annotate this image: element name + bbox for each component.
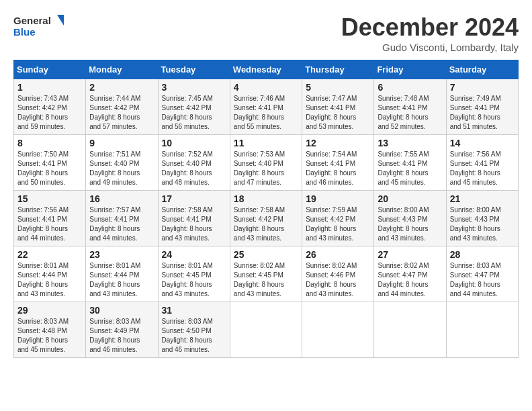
- day-info: Sunrise: 8:01 AM Sunset: 4:44 PM Dayligh…: [17, 261, 82, 299]
- day-number: 25: [234, 249, 298, 260]
- calendar-cell: 15 Sunrise: 7:56 AM Sunset: 4:41 PM Dayl…: [14, 191, 86, 246]
- calendar-cell: 31 Sunrise: 8:03 AM Sunset: 4:50 PM Dayl…: [158, 302, 230, 358]
- calendar-cell: 4 Sunrise: 7:46 AM Sunset: 4:41 PM Dayli…: [230, 79, 302, 135]
- logo-svg: GeneralBlue: [13, 13, 67, 39]
- calendar-cell: 22 Sunrise: 8:01 AM Sunset: 4:44 PM Dayl…: [14, 246, 86, 302]
- day-info: Sunrise: 7:58 AM Sunset: 4:41 PM Dayligh…: [162, 205, 226, 243]
- day-info: Sunrise: 7:53 AM Sunset: 4:40 PM Dayligh…: [234, 150, 298, 187]
- svg-text:Blue: Blue: [13, 26, 36, 38]
- day-info: Sunrise: 8:00 AM Sunset: 4:43 PM Dayligh…: [378, 205, 442, 243]
- weekday-header-sunday: Sunday: [14, 60, 86, 79]
- day-number: 8: [17, 138, 82, 148]
- day-number: 21: [450, 193, 515, 204]
- day-number: 10: [162, 138, 226, 148]
- day-number: 6: [378, 82, 442, 93]
- week-row-3: 15 Sunrise: 7:56 AM Sunset: 4:41 PM Dayl…: [14, 191, 519, 246]
- weekday-header-saturday: Saturday: [446, 60, 518, 79]
- day-number: 29: [17, 305, 82, 316]
- day-info: Sunrise: 8:03 AM Sunset: 4:47 PM Dayligh…: [450, 261, 515, 299]
- calendar-cell: 29 Sunrise: 8:03 AM Sunset: 4:48 PM Dayl…: [14, 302, 86, 358]
- day-number: 31: [162, 305, 226, 316]
- weekday-header-monday: Monday: [86, 60, 158, 79]
- week-row-2: 8 Sunrise: 7:50 AM Sunset: 4:41 PM Dayli…: [14, 135, 519, 191]
- day-number: 19: [306, 193, 370, 204]
- day-info: Sunrise: 7:57 AM Sunset: 4:41 PM Dayligh…: [89, 205, 154, 243]
- calendar-table: SundayMondayTuesdayWednesdayThursdayFrid…: [13, 60, 519, 358]
- calendar-cell: 26 Sunrise: 8:02 AM Sunset: 4:46 PM Dayl…: [302, 246, 374, 302]
- calendar-cell: 3 Sunrise: 7:45 AM Sunset: 4:42 PM Dayli…: [158, 79, 230, 135]
- day-number: 17: [162, 193, 226, 204]
- day-info: Sunrise: 7:48 AM Sunset: 4:41 PM Dayligh…: [378, 94, 442, 132]
- calendar-cell: 12 Sunrise: 7:54 AM Sunset: 4:41 PM Dayl…: [302, 135, 374, 191]
- calendar-cell: 8 Sunrise: 7:50 AM Sunset: 4:41 PM Dayli…: [14, 135, 86, 191]
- day-number: 16: [89, 193, 154, 204]
- day-number: 5: [306, 82, 370, 93]
- day-info: Sunrise: 7:51 AM Sunset: 4:40 PM Dayligh…: [89, 150, 154, 187]
- logo: GeneralBlue: [13, 13, 67, 39]
- day-number: 4: [234, 82, 298, 93]
- day-info: Sunrise: 8:02 AM Sunset: 4:46 PM Dayligh…: [306, 261, 370, 299]
- page-header: GeneralBlue December 2024 Gudo Visconti,…: [13, 13, 519, 53]
- day-number: 20: [378, 193, 442, 204]
- day-number: 1: [17, 82, 82, 93]
- day-info: Sunrise: 7:46 AM Sunset: 4:41 PM Dayligh…: [234, 94, 298, 132]
- weekday-header-wednesday: Wednesday: [230, 60, 302, 79]
- weekday-header-friday: Friday: [374, 60, 446, 79]
- day-number: 18: [234, 193, 298, 204]
- calendar-cell: 9 Sunrise: 7:51 AM Sunset: 4:40 PM Dayli…: [86, 135, 158, 191]
- calendar-cell: 10 Sunrise: 7:52 AM Sunset: 4:40 PM Dayl…: [158, 135, 230, 191]
- month-title: December 2024: [341, 13, 519, 42]
- day-info: Sunrise: 8:03 AM Sunset: 4:48 PM Dayligh…: [17, 317, 82, 355]
- calendar-cell: [374, 302, 446, 358]
- calendar-cell: [446, 302, 518, 358]
- day-info: Sunrise: 7:58 AM Sunset: 4:42 PM Dayligh…: [234, 205, 298, 243]
- calendar-cell: 16 Sunrise: 7:57 AM Sunset: 4:41 PM Dayl…: [86, 191, 158, 246]
- day-info: Sunrise: 7:50 AM Sunset: 4:41 PM Dayligh…: [17, 150, 82, 187]
- day-info: Sunrise: 7:54 AM Sunset: 4:41 PM Dayligh…: [306, 150, 370, 187]
- day-number: 12: [306, 138, 370, 148]
- day-info: Sunrise: 8:02 AM Sunset: 4:47 PM Dayligh…: [378, 261, 442, 299]
- calendar-cell: 6 Sunrise: 7:48 AM Sunset: 4:41 PM Dayli…: [374, 79, 446, 135]
- day-number: 26: [306, 249, 370, 260]
- day-info: Sunrise: 8:01 AM Sunset: 4:44 PM Dayligh…: [89, 261, 154, 299]
- calendar-cell: 21 Sunrise: 8:00 AM Sunset: 4:43 PM Dayl…: [446, 191, 518, 246]
- calendar-cell: 14 Sunrise: 7:56 AM Sunset: 4:41 PM Dayl…: [446, 135, 518, 191]
- day-info: Sunrise: 7:44 AM Sunset: 4:42 PM Dayligh…: [89, 94, 154, 132]
- day-number: 11: [234, 138, 298, 148]
- calendar-cell: 11 Sunrise: 7:53 AM Sunset: 4:40 PM Dayl…: [230, 135, 302, 191]
- day-number: 2: [89, 82, 154, 93]
- day-number: 14: [450, 138, 515, 148]
- weekday-header-tuesday: Tuesday: [158, 60, 230, 79]
- day-info: Sunrise: 7:55 AM Sunset: 4:41 PM Dayligh…: [378, 150, 442, 187]
- calendar-cell: 19 Sunrise: 7:59 AM Sunset: 4:42 PM Dayl…: [302, 191, 374, 246]
- calendar-cell: 30 Sunrise: 8:03 AM Sunset: 4:49 PM Dayl…: [86, 302, 158, 358]
- day-number: 23: [89, 249, 154, 260]
- day-info: Sunrise: 7:59 AM Sunset: 4:42 PM Dayligh…: [306, 205, 370, 243]
- location-subtitle: Gudo Visconti, Lombardy, Italy: [341, 42, 519, 53]
- day-info: Sunrise: 7:45 AM Sunset: 4:42 PM Dayligh…: [162, 94, 226, 132]
- calendar-cell: 5 Sunrise: 7:47 AM Sunset: 4:41 PM Dayli…: [302, 79, 374, 135]
- calendar-cell: [302, 302, 374, 358]
- day-number: 13: [378, 138, 442, 148]
- week-row-1: 1 Sunrise: 7:43 AM Sunset: 4:42 PM Dayli…: [14, 79, 519, 135]
- day-number: 22: [17, 249, 82, 260]
- day-info: Sunrise: 7:49 AM Sunset: 4:41 PM Dayligh…: [450, 94, 515, 132]
- day-info: Sunrise: 8:02 AM Sunset: 4:45 PM Dayligh…: [234, 261, 298, 299]
- week-row-5: 29 Sunrise: 8:03 AM Sunset: 4:48 PM Dayl…: [14, 302, 519, 358]
- calendar-cell: 20 Sunrise: 8:00 AM Sunset: 4:43 PM Dayl…: [374, 191, 446, 246]
- calendar-cell: 1 Sunrise: 7:43 AM Sunset: 4:42 PM Dayli…: [14, 79, 86, 135]
- week-row-4: 22 Sunrise: 8:01 AM Sunset: 4:44 PM Dayl…: [14, 246, 519, 302]
- day-info: Sunrise: 8:03 AM Sunset: 4:49 PM Dayligh…: [89, 317, 154, 355]
- calendar-cell: 18 Sunrise: 7:58 AM Sunset: 4:42 PM Dayl…: [230, 191, 302, 246]
- day-number: 24: [162, 249, 226, 260]
- calendar-cell: 13 Sunrise: 7:55 AM Sunset: 4:41 PM Dayl…: [374, 135, 446, 191]
- day-info: Sunrise: 8:03 AM Sunset: 4:50 PM Dayligh…: [162, 317, 226, 355]
- weekday-header-thursday: Thursday: [302, 60, 374, 79]
- calendar-cell: 25 Sunrise: 8:02 AM Sunset: 4:45 PM Dayl…: [230, 246, 302, 302]
- calendar-cell: 17 Sunrise: 7:58 AM Sunset: 4:41 PM Dayl…: [158, 191, 230, 246]
- day-number: 9: [89, 138, 154, 148]
- calendar-cell: 28 Sunrise: 8:03 AM Sunset: 4:47 PM Dayl…: [446, 246, 518, 302]
- day-number: 30: [89, 305, 154, 316]
- day-number: 7: [450, 82, 515, 93]
- day-number: 3: [162, 82, 226, 93]
